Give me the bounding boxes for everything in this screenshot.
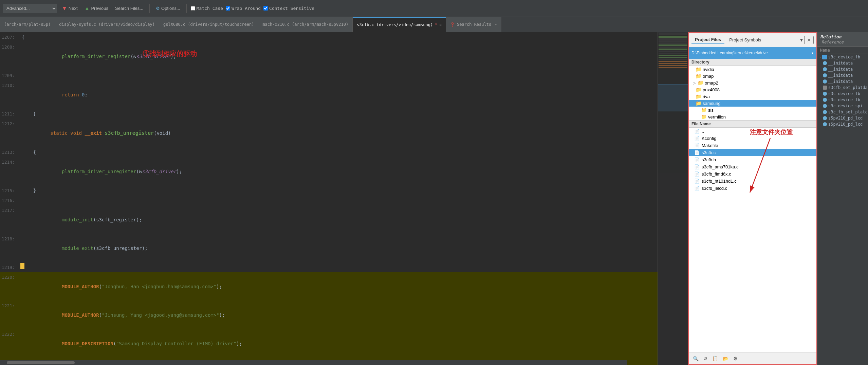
search-files-label: Search Files... — [115, 6, 143, 11]
folder-icon: 📁 — [696, 87, 701, 92]
options-label: Options... — [161, 6, 180, 11]
list-item[interactable]: 📁 nvidia — [689, 66, 816, 73]
tab-bar: (arch/arm/plat-s5p) display-sysfs.c (dri… — [0, 17, 868, 32]
folder-icon: 📁 — [696, 73, 701, 79]
list-item[interactable]: s5pv210_pd_lcd — [817, 115, 868, 121]
wrap-around-checkbox[interactable] — [226, 6, 230, 11]
list-item[interactable]: 📄 s3cfb_jelcd.c — [689, 185, 816, 192]
panel-toolbar: 🔍 ↺ 📋 📂 ⚙ — [689, 352, 816, 364]
line-marker — [20, 263, 24, 269]
folder-icon: 📁 — [698, 80, 703, 86]
list-item[interactable]: __initdata — [817, 78, 868, 85]
list-item[interactable]: 📁 riva — [689, 93, 816, 100]
relation-title: Relation Reference — [817, 32, 868, 47]
list-item[interactable]: s3c_device_fb — [817, 97, 868, 103]
options-button[interactable]: ⚙ Options... — [154, 4, 182, 12]
item-icon — [823, 79, 827, 84]
list-item-samsung[interactable]: 📁 samsung — [689, 100, 816, 107]
list-item[interactable]: 📄 s3cfb_fimd6x.c — [689, 170, 816, 178]
toolbar: Advanced... Match Case ▼ Next ▲ Previous… — [0, 0, 868, 17]
panel-tool-btn-2[interactable]: ↺ — [702, 355, 709, 362]
list-item[interactable]: s3c_device_fb — [817, 91, 868, 97]
tab-dropdown-icon[interactable]: ▾ — [495, 22, 497, 27]
table-row: 1208: platform_driver_register(&s3cfb_dr… — [0, 42, 658, 71]
list-item[interactable]: 📁 pnx4008 — [689, 86, 816, 93]
list-item[interactable]: 📄 .. — [689, 128, 816, 135]
directory-tree: 📁 nvidia 📁 omap ▷ 📁 omap2 📁 pnx4008 📁 ri… — [689, 66, 816, 120]
context-sensitive-checkbox-label[interactable]: Context Sensitive — [263, 6, 314, 11]
list-item[interactable]: 📁 sis — [689, 107, 816, 113]
tab-search-results[interactable]: ❓ Search Results ▾ — [446, 17, 501, 32]
list-item[interactable]: 📄 s3cfb_ht101hd1.c — [689, 178, 816, 185]
list-item[interactable]: 📄 s3cfb_ams701ka.c — [689, 163, 816, 170]
path-bar: ▾ — [689, 47, 816, 59]
context-sensitive-checkbox[interactable] — [263, 6, 268, 11]
search-dropdown[interactable]: Advanced... Match Case — [3, 4, 57, 13]
code-editor[interactable]: 1207: { 1208: platform_driver_register(&… — [0, 32, 658, 365]
table-row: 1209: — [0, 71, 658, 80]
item-icon — [823, 110, 827, 114]
list-item[interactable]: s5pv210_pd_lcd — [817, 121, 868, 127]
main-area: 1207: { 1208: platform_driver_register(&… — [0, 32, 868, 365]
list-item[interactable]: ▷ s3c_device_fb — [817, 54, 868, 60]
tab-close-button[interactable]: ✕ — [439, 23, 442, 27]
table-row: 1217: module_init(s3cfb_register); — [0, 205, 658, 234]
list-item[interactable]: __initdata — [817, 60, 868, 66]
panel-tool-btn-4[interactable]: 📂 — [721, 355, 730, 362]
table-row: 1214: platform_driver_unregister(&s3cfb_… — [0, 157, 658, 186]
item-icon — [823, 104, 827, 108]
panel-tool-btn-5[interactable]: ⚙ — [732, 355, 739, 362]
list-item-s3cfb-c[interactable]: 📄 s3cfb.c — [689, 149, 816, 156]
horizontal-scrollbar[interactable] — [0, 360, 627, 365]
prev-arrow-icon: ▲ — [85, 5, 90, 12]
list-item[interactable]: 📄 Makefile — [689, 142, 816, 149]
minimap — [658, 32, 688, 365]
next-arrow-icon: ▼ — [62, 5, 67, 12]
folder-icon: 📁 — [701, 114, 707, 120]
folder-icon: 📄 — [694, 129, 700, 134]
list-item[interactable]: 📄 Kconfig — [689, 135, 816, 142]
item-icon — [823, 92, 827, 96]
wrap-around-label: Wrap Around — [232, 6, 261, 11]
path-dropdown-icon[interactable]: ▾ — [811, 51, 814, 55]
panel-dropdown-button[interactable]: ▾ — [800, 37, 803, 43]
list-item[interactable]: 📁 omap — [689, 73, 816, 79]
match-case-checkbox[interactable] — [191, 6, 195, 11]
list-item[interactable]: s3c_fb_set_platc — [817, 109, 868, 115]
tab-plat-s5p[interactable]: (arch/arm/plat-s5p) — [0, 17, 55, 32]
panel-tool-btn-1[interactable]: 🔍 — [691, 355, 700, 362]
panel-close-button[interactable]: ✕ — [804, 36, 814, 44]
list-item[interactable]: __initdata — [817, 66, 868, 72]
match-case-checkbox-label[interactable]: Match Case — [191, 6, 223, 11]
c-file-icon: 📄 — [694, 171, 700, 177]
list-item[interactable]: ▷ 📁 omap2 — [689, 79, 816, 86]
panel-tool-btn-3[interactable]: 📋 — [711, 355, 719, 362]
scrollbar-thumb[interactable] — [7, 361, 75, 364]
expand-icon: ▷ — [819, 55, 821, 59]
tab-mach-x210[interactable]: mach-x210.c (arch/arm/mach-s5pv210) — [258, 17, 353, 32]
list-item[interactable]: 📄 s3cfb.h — [689, 156, 816, 163]
match-case-label: Match Case — [197, 6, 223, 11]
list-item[interactable]: 📁 vermilion — [689, 113, 816, 120]
list-item[interactable]: s3c_device_spi_ — [817, 103, 868, 109]
next-button[interactable]: ▼ Next — [60, 4, 80, 13]
tab-gslx680[interactable]: gslX680.c (drivers/input/touchscreen) — [159, 17, 258, 32]
table-row: 1207: { — [0, 32, 658, 42]
panel-tab-project-symbols[interactable]: Project Symbols — [726, 36, 764, 44]
tab-s3cfb[interactable]: s3cfb.c (drivers/video/samsung) * ✕ — [353, 17, 446, 32]
search-files-button[interactable]: Search Files... — [113, 4, 145, 12]
item-icon — [823, 73, 827, 77]
c-file-icon: 📄 — [694, 150, 700, 155]
previous-button[interactable]: ▲ Previous — [82, 4, 110, 13]
project-files-panel: Project Files Project Symbols ▾ ✕ ▾ Dire… — [688, 32, 817, 365]
wrap-around-checkbox-label[interactable]: Wrap Around — [226, 6, 261, 11]
list-item[interactable]: s3cfb_set_platda — [817, 85, 868, 91]
directory-header: Directory — [689, 59, 816, 66]
tab-display-sysfs[interactable]: display-sysfs.c (drivers/video/display) — [55, 17, 159, 32]
panel-tab-project-files[interactable]: Project Files — [691, 36, 724, 44]
expand-icon: ▷ — [693, 81, 696, 85]
table-row: 1216: — [0, 196, 658, 205]
path-input[interactable] — [691, 51, 811, 55]
list-item[interactable]: __initdata — [817, 72, 868, 78]
next-label: Next — [69, 6, 78, 11]
